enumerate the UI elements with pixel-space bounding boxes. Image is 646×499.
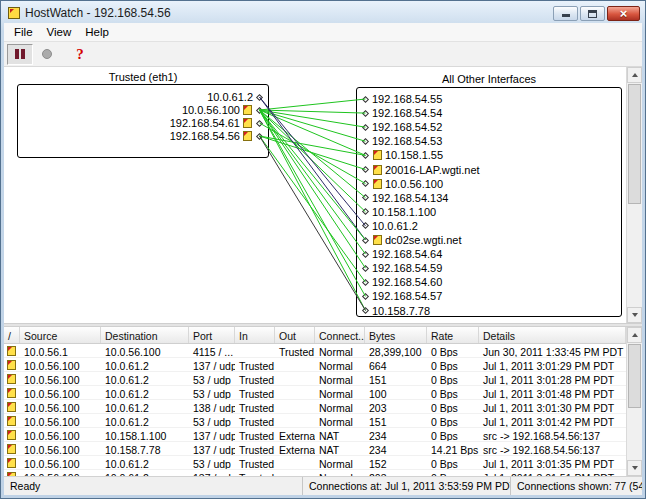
connection-line — [260, 136, 366, 170]
menu-item-view[interactable]: View — [40, 24, 79, 40]
connector-diamond-icon — [256, 132, 263, 139]
column-header[interactable]: Port — [189, 327, 235, 343]
host-entry[interactable]: 10.158.1.100 — [360, 206, 437, 218]
scroll-up-button[interactable] — [627, 327, 642, 343]
arrow-down-icon — [632, 466, 638, 470]
table-cell: 100 — [365, 386, 427, 399]
host-label: 10.158.1.100 — [371, 206, 437, 218]
table-scrollbar[interactable] — [626, 327, 642, 476]
column-header[interactable]: Connect... — [315, 327, 365, 343]
column-header[interactable]: Rate — [427, 327, 479, 343]
hostwatch-view-button[interactable] — [7, 44, 33, 65]
scroll-down-button[interactable] — [627, 460, 642, 476]
table-cell: Jul 1, 2011 3:01:42 PM PDT — [479, 414, 626, 427]
table-cell: 53 / udp — [189, 372, 235, 385]
column-header[interactable]: Destination — [101, 327, 189, 343]
column-header-icon[interactable]: / — [4, 327, 20, 343]
host-entry[interactable]: 192.168.54.57 — [360, 290, 443, 302]
row-icon — [7, 472, 16, 476]
help-button[interactable]: ? — [67, 44, 93, 65]
host-entry[interactable]: 192.168.54.61 — [169, 117, 265, 129]
connection-line — [260, 110, 366, 113]
host-entry[interactable]: 192.168.54.64 — [360, 248, 443, 260]
host-entry[interactable]: 192.168.54.60 — [360, 276, 443, 288]
host-entry[interactable]: 192.168.54.52 — [360, 121, 443, 133]
stop-button[interactable] — [34, 44, 60, 65]
column-header[interactable]: Bytes — [365, 327, 427, 343]
table-cell: 0 Bps — [427, 344, 479, 357]
table-cell: Trusted — [275, 344, 315, 357]
table-cell: Normal — [315, 400, 365, 413]
host-entry[interactable]: 192.168.54.54 — [360, 107, 443, 119]
row-icon — [7, 402, 16, 412]
table-cell: Normal — [315, 414, 365, 427]
host-entry[interactable]: 10.158.7.78 — [360, 305, 431, 317]
table-row[interactable]: 10.0.56.10010.0.61.2137 / udpTrustedNorm… — [4, 358, 626, 372]
table-cell — [275, 414, 315, 427]
table-cell: Jul 1, 2011 3:01:28 PM PDT — [479, 372, 626, 385]
host-entry[interactable]: 10.158.1.55 — [360, 149, 444, 161]
host-entry[interactable]: 10.0.56.100 — [181, 104, 265, 116]
table-row[interactable]: 10.0.56.10010.0.61.253 / udpTrustedNorma… — [4, 456, 626, 470]
connection-line — [260, 110, 366, 296]
table-cell — [275, 372, 315, 385]
row-icon-cell — [4, 428, 20, 441]
graph-scrollbar[interactable] — [626, 67, 642, 323]
host-entry[interactable]: 192.168.54.59 — [360, 262, 443, 274]
table-row[interactable]: 10.0.56.10010.0.61.253 / udpTrustedNorma… — [4, 372, 626, 386]
close-button[interactable]: × — [607, 6, 640, 21]
host-label: 192.168.54.60 — [371, 276, 443, 288]
scroll-down-button[interactable] — [627, 307, 642, 323]
connector-diamond-icon — [362, 138, 369, 145]
scrollbar-track[interactable] — [627, 343, 642, 460]
menu-item-help[interactable]: Help — [78, 24, 116, 40]
table-cell: 203 — [365, 470, 427, 476]
host-entry[interactable]: dc02se.wgti.net — [360, 234, 462, 246]
trusted-panel-title: Trusted (eth1) — [17, 71, 269, 83]
table-cell: Trusted — [235, 372, 275, 385]
host-entry[interactable]: 20016-LAP.wgti.net — [360, 164, 481, 176]
table-cell: 10.158.1.100 — [101, 428, 189, 441]
table-cell: 137 / udp — [189, 470, 235, 476]
table-cell: Normal — [315, 470, 365, 476]
column-header[interactable]: Out — [275, 327, 315, 343]
table-row[interactable]: 10.0.56.10010.0.61.253 / udpTrustedNorma… — [4, 414, 626, 428]
table-row[interactable]: 10.0.56.10010.0.61.253 / udpTrustedNorma… — [4, 386, 626, 400]
column-header[interactable]: In — [235, 327, 275, 343]
menu-item-file[interactable]: File — [7, 24, 40, 40]
maximize-button[interactable] — [580, 6, 605, 21]
host-entry[interactable]: 192.168.54.56 — [169, 130, 265, 142]
close-icon: × — [620, 7, 628, 20]
table-cell: 10.0.61.2 — [101, 456, 189, 469]
scrollbar-track[interactable] — [627, 83, 642, 307]
host-icon — [373, 150, 382, 160]
connector-diamond-icon — [256, 106, 263, 113]
host-entry[interactable]: 192.168.54.55 — [360, 93, 443, 105]
host-label: 20016-LAP.wgti.net — [384, 164, 481, 176]
table-row[interactable]: 10.0.56.10010.0.61.2138 / udpTrustedNorm… — [4, 400, 626, 414]
table-row[interactable]: 10.0.56.110.0.56.1004115 / ...TrustedNor… — [4, 344, 626, 358]
table-row[interactable]: 10.0.56.10010.158.7.78137 / udpTrustedEx… — [4, 442, 626, 456]
table-cell: 10.0.56.100 — [20, 386, 101, 399]
scrollbar-thumb[interactable] — [628, 84, 641, 204]
table-cell: Normal — [315, 456, 365, 469]
host-entry[interactable]: 10.0.61.2 — [360, 220, 419, 232]
host-entry[interactable]: 10.0.56.100 — [360, 178, 444, 190]
table-row[interactable]: 10.0.56.10010.0.61.2137 / udpTrustedNorm… — [4, 470, 626, 476]
table-cell: 10.0.56.100 — [20, 456, 101, 469]
row-icon — [7, 388, 16, 398]
connector-diamond-icon — [362, 279, 369, 286]
host-entry[interactable]: 10.0.61.2 — [206, 91, 265, 103]
column-header[interactable]: Details — [479, 327, 626, 343]
host-entry[interactable]: 192.168.54.134 — [360, 192, 449, 204]
scrollbar-thumb[interactable] — [628, 344, 641, 408]
table-row[interactable]: 10.0.56.10010.158.1.100137 / udpTrustedE… — [4, 428, 626, 442]
table-cell: 10.0.56.100 — [20, 428, 101, 441]
table-cell: 10.0.56.1 — [20, 344, 101, 357]
host-entry[interactable]: 192.168.54.53 — [360, 135, 443, 147]
minimize-button[interactable] — [553, 6, 578, 21]
column-header[interactable]: Source — [20, 327, 101, 343]
row-icon — [7, 416, 16, 426]
scroll-up-button[interactable] — [627, 67, 642, 83]
row-icon-cell — [4, 442, 20, 455]
